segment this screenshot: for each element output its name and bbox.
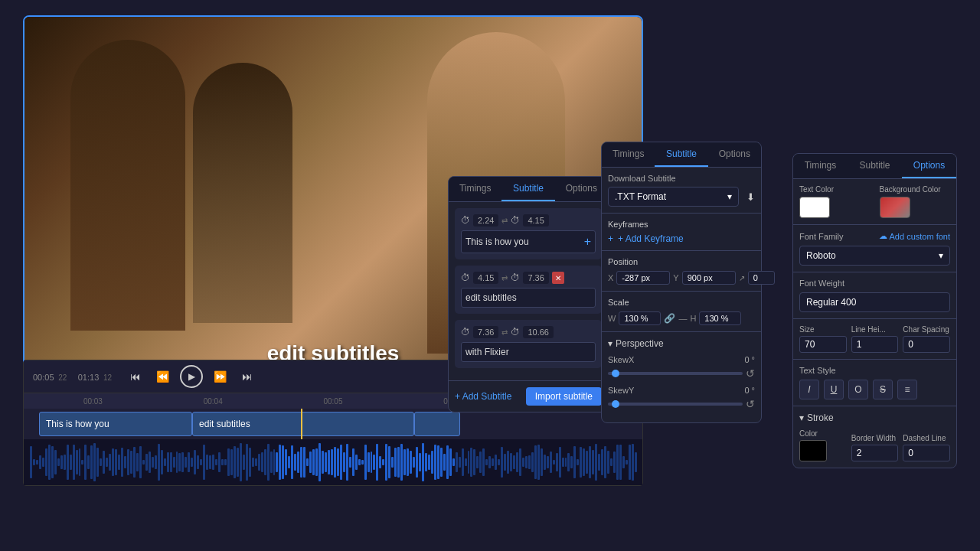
subtitle-clip-2[interactable]: edit subtitles — [192, 412, 414, 436]
skew-y-slider[interactable] — [608, 403, 743, 406]
line-height-input[interactable] — [851, 336, 899, 353]
entry-2-delete-btn[interactable]: ✕ — [552, 272, 564, 284]
skew-y-label-row: SkewY 0 ° — [608, 386, 755, 395]
text-color-label: Text Color — [799, 185, 871, 194]
play-button[interactable]: ▶ — [180, 365, 203, 388]
stroke-border-label: Border Width — [851, 434, 899, 442]
pos-r-input[interactable] — [748, 271, 775, 285]
subtitle-clip-1[interactable]: This is how you — [39, 412, 192, 436]
format-select[interactable]: .TXT Format — [608, 187, 739, 207]
text-style-row-label: Text Style — [799, 366, 950, 375]
link-icon: 🔗 — [664, 313, 675, 324]
tab-options-3[interactable]: Options — [902, 154, 956, 178]
font-weight-select[interactable]: Regular 400 — [799, 292, 950, 312]
perspective-section: ▾ Perspective SkewX 0 ° ↺ SkewY 0 ° — [602, 332, 761, 422]
size-item: Size — [799, 325, 847, 353]
tab-options-1[interactable]: Options — [555, 177, 608, 201]
download-section: Download Subtitle .TXT Format ⬇ — [602, 168, 761, 214]
font-section: Font Family ☁ Add custom font Roboto — [793, 225, 956, 272]
entry-2-start: 4.15 — [473, 272, 498, 284]
tab-timings-2[interactable]: Timings — [602, 142, 655, 167]
line-height-label: Line Hei... — [851, 325, 899, 334]
pos-y-input[interactable] — [682, 271, 736, 285]
align-button[interactable]: ≡ — [897, 380, 917, 399]
text-color-swatch[interactable] — [799, 197, 830, 218]
subtitle-time-row-2: ⏱ 4.15 ⇄ ⏱ 7.36 ✕ — [461, 272, 596, 284]
stroke-border-input[interactable] — [851, 445, 899, 461]
ruler-mark: 00:04 — [153, 397, 273, 406]
subtitle-panel-body: ⏱ 2.24 ⇄ ⏱ 4.15 This is how you + ⏱ 4.15… — [449, 202, 608, 380]
bg-color-swatch[interactable] — [880, 197, 910, 218]
outline-button[interactable]: O — [848, 380, 868, 399]
stroke-section: ▾ Stroke Color Border Width Dashed Line — [793, 406, 956, 468]
skew-x-reset-button[interactable]: ↺ — [746, 367, 755, 380]
add-custom-font-button[interactable]: ☁ Add custom font — [879, 231, 951, 241]
scale-h-input[interactable] — [699, 311, 741, 325]
download-button[interactable]: ⬇ — [746, 191, 755, 203]
prev-button[interactable]: ⏮ — [126, 367, 145, 386]
entry-1-add-btn[interactable]: + — [584, 235, 591, 249]
subtitle-track: This is how you edit subtitles — [24, 409, 642, 439]
tab-subtitle-2[interactable]: Subtitle — [655, 142, 707, 167]
skew-y-reset-button[interactable]: ↺ — [746, 398, 755, 410]
char-spacing-input[interactable] — [903, 336, 950, 353]
subtitle-time-row-3: ⏱ 7.36 ⇄ ⏱ 10.66 — [461, 326, 596, 338]
skew-y-slider-container: ↺ — [608, 398, 755, 410]
options-panel: Timings Subtitle Options Text Color Back… — [792, 153, 957, 468]
skew-y-thumb[interactable] — [612, 400, 619, 408]
subtitle-list-panel: Timings Subtitle Options ⏱ 2.24 ⇄ ⏱ 4.15… — [448, 176, 609, 412]
keyframes-title: Keyframes — [608, 220, 755, 229]
download-label: Download Subtitle — [608, 174, 755, 183]
tab-options-2[interactable]: Options — [708, 142, 761, 167]
skew-x-slider[interactable] — [608, 372, 743, 375]
person-silhouette-center — [193, 63, 292, 323]
style-buttons-row: I U O S ≡ — [799, 380, 950, 399]
add-keyframe-button[interactable]: + + Add Keyframe — [608, 233, 684, 244]
subtitle-entry-3: ⏱ 7.36 ⇄ ⏱ 10.66 with Flixier — [455, 320, 602, 368]
subtitle-text-box-2[interactable]: edit subtitles — [461, 288, 596, 308]
forward-button[interactable]: ⏩ — [209, 367, 231, 386]
size-input[interactable] — [799, 336, 847, 353]
plus-icon: + — [608, 233, 613, 244]
stroke-title[interactable]: ▾ Stroke — [799, 412, 950, 423]
ruler-mark: 00:05 — [273, 397, 394, 406]
skew-x-thumb[interactable] — [612, 370, 619, 377]
tab-timings-1[interactable]: Timings — [449, 177, 501, 201]
stroke-dashed-input[interactable] — [903, 445, 950, 461]
add-subtitle-button[interactable]: + Add Subtitle — [455, 391, 511, 402]
perspective-chevron-icon: ▾ — [608, 338, 612, 349]
ruler-mark: 00:03 — [33, 397, 153, 406]
stroke-dashed-label: Dashed Line — [903, 434, 950, 442]
playhead[interactable] — [301, 409, 302, 439]
scale-h-label2: H — [690, 314, 696, 323]
font-weight-section: Font Weight Regular 400 — [793, 272, 956, 319]
subtitle-entry-2: ⏱ 4.15 ⇄ ⏱ 7.36 ✕ edit subtitles — [455, 266, 602, 314]
import-subtitle-button[interactable]: Import subtitle — [526, 387, 602, 406]
italic-button[interactable]: I — [799, 380, 819, 399]
tab-subtitle-3[interactable]: Subtitle — [848, 154, 902, 178]
waveform-bars — [24, 439, 642, 485]
subtitle-panel-tabs: Timings Subtitle Options — [449, 177, 608, 202]
timing-panel-tabs: Timings Subtitle Options — [602, 142, 761, 168]
scale-w-input[interactable] — [619, 311, 661, 325]
subtitle-entry-1: ⏱ 2.24 ⇄ ⏱ 4.15 This is how you + — [455, 208, 602, 259]
perspective-title[interactable]: ▾ Perspective — [608, 338, 755, 349]
strikethrough-button[interactable]: S — [873, 380, 893, 399]
stroke-color-swatch[interactable] — [799, 440, 827, 461]
pos-x-input[interactable] — [616, 271, 670, 285]
subtitle-clip-3[interactable] — [414, 412, 460, 436]
font-family-select[interactable]: Roboto — [799, 246, 950, 266]
options-panel-tabs: Timings Subtitle Options — [793, 154, 956, 179]
text-color-item: Text Color — [799, 185, 871, 218]
next-button[interactable]: ⏭ — [237, 367, 257, 386]
skew-x-slider-container: ↺ — [608, 367, 755, 380]
tab-timings-3[interactable]: Timings — [793, 154, 848, 178]
subtitle-text-box-3[interactable]: with Flixier — [461, 342, 596, 362]
underline-button[interactable]: U — [824, 380, 844, 399]
stroke-color-label: Color — [799, 429, 847, 438]
stroke-chevron-icon: ▾ — [799, 412, 804, 423]
rewind-button[interactable]: ⏪ — [152, 367, 174, 386]
position-section: Position X Y ↗ — [602, 251, 761, 292]
subtitle-text-box-1[interactable]: This is how you + — [461, 230, 596, 253]
tab-subtitle-1[interactable]: Subtitle — [501, 177, 554, 201]
